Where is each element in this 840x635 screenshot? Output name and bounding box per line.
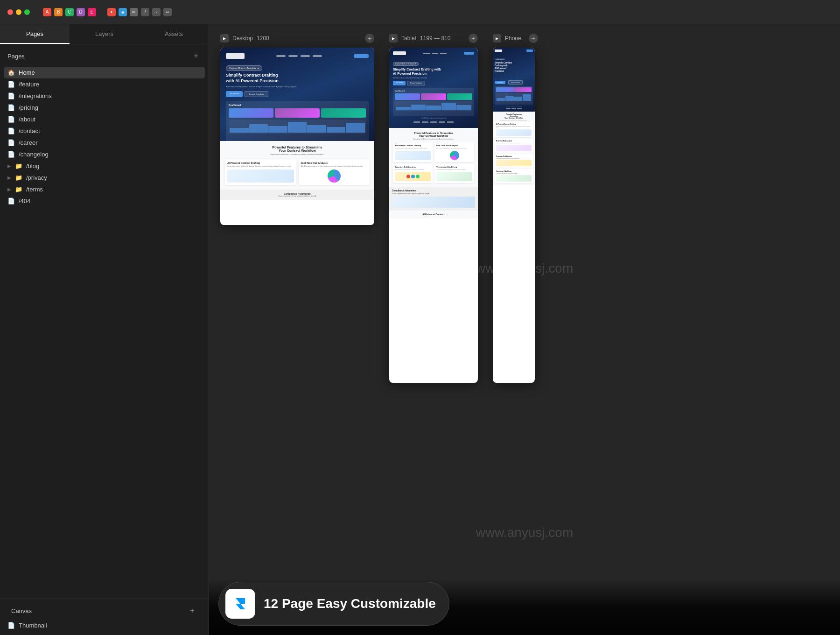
chevron-icon-terms: ▶ [7,187,11,192]
plugin-icon-8[interactable]: ✏ [130,8,138,16]
tab-assets[interactable]: Assets [139,24,209,44]
feat-card-2-desc: Our AI scans contracts for risks and rec… [301,165,368,168]
plugin-icon-5[interactable]: E [88,8,96,16]
phone-feat-2-visual [496,145,532,151]
tablet-frame-header: ▶ Tablet 1199 — 810 + [389,34,478,43]
desktop-mockup-nav [226,53,369,59]
t-bar-1 [396,107,411,110]
tab-pages[interactable]: Pages [0,24,70,44]
page-item-blog[interactable]: ▶ 📁 /blog [4,160,205,172]
desktop-badge: Capture Mock-in Template ✦ [226,65,262,71]
tab-bar: Pages Layers Assets [0,24,209,44]
plugin-icon-10[interactable]: ~ [152,8,161,16]
page-item-changelog[interactable]: 📄 /changelog [4,148,205,160]
desktop-features-section: Powerful Features to StreamlineYour Cont… [220,141,374,190]
add-page-button[interactable]: + [191,51,201,61]
tablet-nav-link-3 [440,53,447,54]
page-item-privacy[interactable]: ▶ 📁 /privacy [4,172,205,183]
phone-feat-2-desc: Our AI scans contracts for risks and rec… [496,142,532,144]
tablet-dashboard: Dashboard [393,88,474,116]
page-item-feature[interactable]: 📄 /feature [4,78,205,90]
phone-logo [495,49,502,52]
plugin-icon-2[interactable]: B [54,8,63,16]
desktop-device-frame: Capture Mock-in Template ✦ Simplify Cont… [220,48,374,225]
tablet-feat-4-title: Versioning & Audit Log [436,166,472,168]
desktop-play-button[interactable]: ▶ [220,34,229,42]
tablet-feat-subtitle: Experience the future of recruitment wit… [393,138,474,140]
page-item-pricing[interactable]: 📄 /pricing [4,102,205,113]
page-item-contact[interactable]: 📄 /contact [4,125,205,137]
toolbar-icon-3[interactable] [24,9,30,15]
feat-card-1: AI-Powered Contract Drafting Generate co… [225,159,296,185]
notification-text: 12 Page Easy Customizable [264,596,436,611]
add-canvas-button[interactable]: + [187,606,197,616]
tablet-get-started: Get Started [393,81,406,85]
tablet-ai-contract-title: AI-Enhanced Contract [392,213,475,216]
page-icon-integrations: 📄 [7,92,15,99]
tablet-play-button[interactable]: ▶ [389,34,398,42]
dash-card-2 [275,108,320,118]
plugin-icon-1[interactable]: A [43,8,51,16]
phone-play-button[interactable]: ▶ [493,34,501,42]
plugin-icon-7[interactable]: ◈ [119,8,127,16]
plugin-icon-6[interactable]: ✦ [107,8,116,16]
tablet-feat-title: Powerful Features to StreamlineYour Cont… [393,132,474,137]
p-partner-1 [506,108,511,109]
toolbar-icon-2[interactable] [16,9,21,15]
canvas-viewport: ▶ Desktop 1200 + [209,24,840,635]
desktop-dash-chart [229,120,366,134]
tablet-feat-2-title: Real-Time Risk Analysis [436,144,472,147]
page-item-integrations-label: /integrations [19,92,201,99]
notification-logo [225,589,255,619]
page-list: 🏠 Home 📄 /feature 📄 /integrations 📄 /pri… [0,65,209,599]
page-icon-privacy: 📁 [15,174,22,181]
desktop-hero-subtitle: Automate contract creation and risk anal… [226,85,369,88]
canvas-item-thumbnail-label: Thumbnail [19,622,47,629]
tablet-compliance-desc: Ensure compliance with local and global … [392,193,475,195]
page-item-about-label: /about [19,116,201,123]
toolbar-icon-1[interactable] [7,9,13,15]
page-item-home[interactable]: 🏠 Home [4,67,205,78]
phone-feat-4: Versioning & Audit Log Audit logs and co… [495,169,533,183]
page-item-pricing-label: /pricing [19,104,201,111]
p-bar-4 [523,94,531,101]
page-icon-contact: 📄 [7,127,15,134]
canvas-section-header: Canvas + [4,599,205,620]
t-bar-4 [441,103,456,110]
desktop-get-started-btn: Get Started [226,91,243,97]
canvas-label: Canvas [11,607,32,614]
plugin-icon-11[interactable]: ∞ [163,8,172,16]
page-item-integrations[interactable]: 📄 /integrations [4,90,205,102]
p-bar-1 [497,98,505,101]
phone-feat-list: AI-Powered Contract Drafting Generate co… [495,122,533,183]
phone-features: Powerful Features toStreamlineYour Contr… [493,112,535,185]
page-item-career[interactable]: 📄 /career [4,137,205,148]
desktop-mockup-hero: Capture Mock-in Template ✦ Simplify Cont… [220,48,374,141]
feat-card-2-title: Real-Time Risk Analysis [301,162,368,164]
tablet-browse-btn: Browse Templates [407,81,425,85]
tablet-feat-4: Versioning & Audit Log Audit logs and co… [434,164,474,183]
tablet-feat-3: Seamless Collaboration Work together in … [393,164,433,183]
p-bar-3 [514,97,523,101]
page-item-terms[interactable]: ▶ 📁 /terms [4,183,205,195]
plugin-icon-3[interactable]: C [65,8,74,16]
page-item-404[interactable]: 📄 /404 [4,195,205,207]
desktop-add-button[interactable]: + [365,34,374,43]
plugin-icon-9[interactable]: / [141,8,149,16]
tablet-add-button[interactable]: + [469,34,478,43]
chart-bar-4 [288,122,307,133]
nav-link-1 [276,55,286,57]
tablet-device-frame: Capture Mock-in Template ✦ Simplify Cont… [389,48,478,383]
phone-hero-subtitle: Automate contract creation and risk anal… [495,73,533,75]
nav-link-3 [301,55,310,57]
tablet-feat-grid: AI-Powered Contract Drafting Generate co… [393,142,474,183]
desktop-hero-title: Simplify Contract Draftingwith AI-Powere… [226,73,369,84]
plugin-icon-4[interactable]: D [77,8,85,16]
tab-layers[interactable]: Layers [70,24,139,44]
page-item-about[interactable]: 📄 /about [4,113,205,125]
toolbar: A B C D E ✦ ◈ ✏ / ~ ∞ [0,0,840,24]
phone-add-button[interactable]: + [529,34,538,43]
canvas-item-thumbnail[interactable]: 📄 Thumbnail [4,620,205,631]
chart-bar-7 [346,123,365,133]
phone-feat-2-title: Real-Time Risk Analysis [496,140,532,142]
